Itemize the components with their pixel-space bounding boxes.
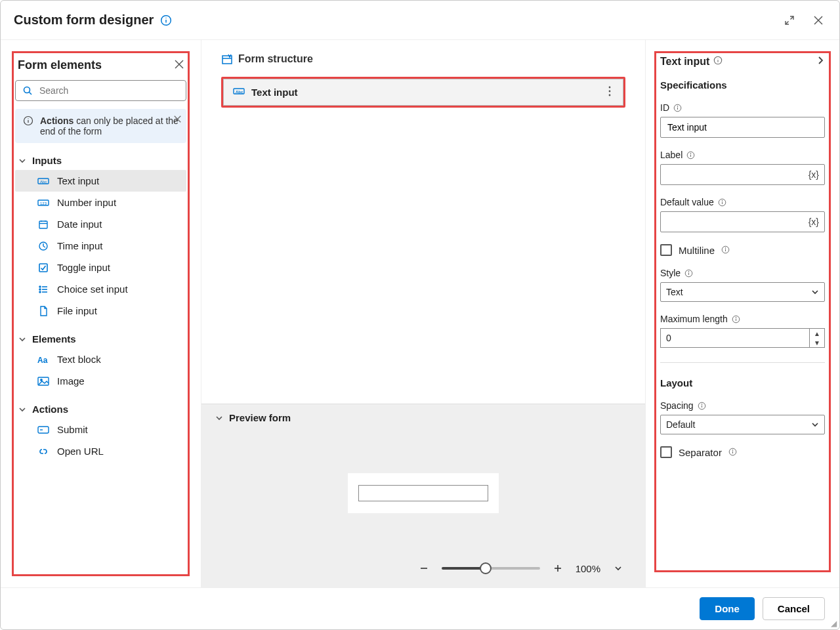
item-open-url[interactable]: Open URL [15, 440, 186, 462]
cancel-button[interactable]: Cancel [763, 597, 825, 620]
max-length-value[interactable]: 0 [660, 328, 809, 348]
group-actions-header[interactable]: Actions [15, 400, 186, 419]
default-value-label: Default value [660, 197, 714, 207]
svg-text:123: 123 [40, 201, 47, 205]
chevron-down-icon [18, 156, 27, 165]
zoom-slider[interactable] [442, 567, 540, 570]
footer: Done Cancel ◢ [1, 587, 839, 629]
date-input-icon [37, 219, 49, 230]
item-date-input[interactable]: Date input [15, 213, 186, 235]
zoom-slider-thumb[interactable] [480, 562, 492, 574]
window-header: Custom form designer [1, 1, 839, 40]
label-label: Label [660, 150, 682, 160]
multiline-label: Multiline [679, 245, 715, 256]
style-select[interactable]: Text [660, 282, 825, 302]
stepper-up-icon[interactable]: ▲ [810, 329, 824, 338]
svg-point-61 [725, 247, 726, 248]
chevron-down-icon [811, 421, 819, 429]
body: Form elements Actions can only be placed… [1, 40, 839, 587]
stepper-down-icon[interactable]: ▼ [810, 338, 824, 347]
checkbox-icon[interactable] [660, 244, 672, 256]
separator-checkbox[interactable]: Separator [660, 446, 825, 458]
center-panel: Form structure Abc Text input [201, 40, 645, 587]
item-choice-set-input[interactable]: Choice set input [15, 278, 186, 300]
item-label: Number input [57, 197, 116, 208]
info-icon[interactable] [686, 151, 695, 159]
item-label: Time input [57, 240, 102, 251]
svg-line-10 [30, 93, 32, 95]
multiline-checkbox[interactable]: Multiline [660, 244, 825, 256]
structure-item-highlight: Abc Text input [221, 77, 625, 108]
chevron-right-icon[interactable] [816, 56, 825, 68]
toggle-input-icon [37, 262, 49, 273]
preview-header[interactable]: Preview form [201, 404, 645, 431]
default-value-input[interactable]: {x} [660, 211, 825, 232]
chevron-down-icon [18, 405, 27, 414]
spacing-select[interactable]: Default [660, 415, 825, 434]
item-label: Text block [57, 354, 101, 365]
info-icon[interactable] [698, 402, 706, 410]
item-label: Open URL [57, 446, 104, 457]
section-layout: Layout [660, 377, 825, 388]
token-insert-icon[interactable]: {x} [805, 217, 819, 227]
zoom-out-button[interactable] [417, 561, 431, 576]
item-image[interactable]: Image [15, 370, 186, 392]
preview-text-input[interactable] [358, 485, 488, 501]
svg-point-30 [39, 289, 41, 290]
text-input-icon: Abc [233, 87, 245, 98]
item-toggle-input[interactable]: Toggle input [15, 257, 186, 278]
svg-point-9 [24, 87, 30, 93]
info-icon[interactable] [673, 104, 682, 112]
search-input[interactable] [15, 80, 186, 101]
search-icon [22, 85, 33, 96]
item-time-input[interactable]: Time input [15, 235, 186, 257]
zoom-dropdown-icon[interactable] [611, 561, 625, 576]
max-length-label: Maximum length [660, 314, 728, 324]
chevron-down-icon [215, 413, 224, 423]
left-panel-title: Form elements [18, 58, 102, 72]
resize-grip-icon[interactable]: ◢ [831, 619, 837, 628]
spacing-label: Spacing [660, 400, 694, 411]
info-icon[interactable] [718, 198, 726, 207]
app-title: Custom form designer [14, 12, 154, 28]
done-button[interactable]: Done [700, 597, 755, 620]
info-icon[interactable] [732, 315, 740, 324]
info-icon[interactable] [721, 245, 730, 256]
token-insert-icon[interactable]: {x} [805, 169, 819, 180]
checkbox-icon[interactable] [660, 446, 672, 458]
app-window: Custom form designer Form elements [0, 0, 840, 630]
info-icon[interactable] [713, 56, 723, 68]
group-elements-header[interactable]: Elements [15, 329, 186, 348]
item-number-input[interactable]: 123 Number input [15, 192, 186, 213]
info-icon[interactable] [684, 269, 693, 278]
close-icon[interactable] [810, 12, 826, 28]
info-icon[interactable] [728, 447, 737, 458]
item-text-input[interactable]: Abc Text input [15, 170, 186, 192]
preview-card [348, 473, 499, 513]
svg-rect-20 [39, 221, 47, 228]
svg-text:Aa: Aa [37, 356, 48, 364]
item-text-block[interactable]: Aa Text block [15, 348, 186, 370]
info-icon[interactable] [160, 14, 172, 26]
form-structure-title: Form structure [221, 53, 625, 65]
max-length-stepper[interactable]: 0 ▲ ▼ [660, 328, 825, 348]
label-input[interactable]: {x} [660, 164, 825, 185]
more-actions-icon[interactable] [606, 86, 614, 98]
svg-point-55 [690, 153, 691, 154]
preview-canvas [201, 431, 645, 555]
collapse-left-panel-icon[interactable] [175, 58, 184, 72]
group-inputs-header[interactable]: Inputs [15, 151, 186, 170]
item-label: Submit [57, 424, 88, 435]
left-panel: Form elements Actions can only be placed… [1, 40, 201, 587]
id-input[interactable] [660, 117, 825, 138]
item-file-input[interactable]: File input [15, 300, 186, 322]
search-field[interactable] [38, 85, 179, 96]
structure-item[interactable]: Abc Text input [223, 79, 623, 106]
dismiss-banner-icon[interactable] [174, 114, 181, 125]
item-label: Image [57, 375, 85, 387]
item-submit[interactable]: Submit [15, 419, 186, 440]
group-inputs: Inputs Abc Text input 123 Number input D… [15, 151, 186, 322]
expand-icon[interactable] [782, 12, 797, 28]
form-structure-icon [221, 53, 233, 65]
zoom-in-button[interactable] [551, 561, 565, 576]
